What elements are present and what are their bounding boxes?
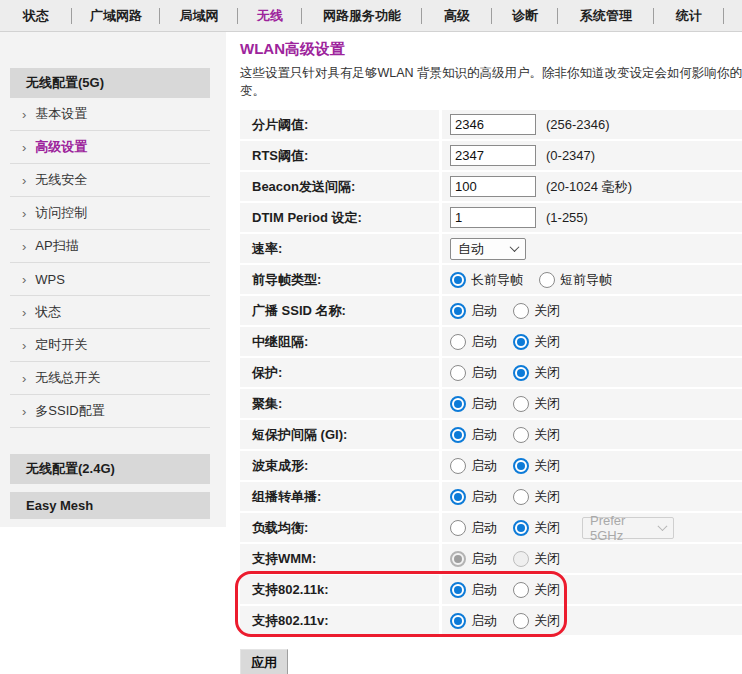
radio-button-icon[interactable] [513,551,529,567]
radio-option[interactable]: 长前导帧 [450,271,523,289]
radio-button-icon[interactable] [450,613,466,629]
sidebar-section-header[interactable]: 无线配置(5G) [10,68,210,98]
radio-button-icon[interactable] [513,458,529,474]
radio-button-icon[interactable] [450,520,466,536]
radio-option-label[interactable]: 关闭 [534,612,560,630]
radio-option[interactable]: 短前导帧 [539,271,612,289]
radio-option[interactable]: 启动 [450,302,497,320]
nav-tab-3[interactable]: 局域网 [160,0,238,31]
radio-option-label[interactable]: 关闭 [534,488,560,506]
sidebar-item[interactable]: › WPS [10,263,210,296]
sidebar-section-header[interactable]: Easy Mesh [10,492,210,519]
sidebar-item[interactable]: › 高级设置 [10,131,210,164]
radio-button-icon[interactable] [513,613,529,629]
nav-tab-7[interactable]: 诊断 [492,0,558,31]
radio-option[interactable]: 启动 [450,550,497,568]
radio-option[interactable]: 关闭 [513,364,560,382]
radio-option-label[interactable]: 关闭 [534,364,560,382]
radio-option-label[interactable]: 启动 [471,364,497,382]
radio-option-label[interactable]: 启动 [471,550,497,568]
radio-option-label[interactable]: 关闭 [534,395,560,413]
radio-option-label[interactable]: 关闭 [534,581,560,599]
radio-option[interactable]: 启动 [450,581,497,599]
radio-option[interactable]: 启动 [450,364,497,382]
radio-option[interactable]: 关闭 [513,519,560,537]
setting-input[interactable] [450,145,536,166]
radio-button-icon[interactable] [513,489,529,505]
radio-option[interactable]: 启动 [450,488,497,506]
radio-option-label[interactable]: 关闭 [534,519,560,537]
radio-button-icon[interactable] [513,303,529,319]
radio-option[interactable]: 启动 [450,426,497,444]
radio-button-icon[interactable] [450,489,466,505]
radio-option[interactable]: 启动 [450,519,497,537]
radio-button-icon[interactable] [513,582,529,598]
radio-button-icon[interactable] [539,272,555,288]
sidebar-item[interactable]: › 基本设置 [10,98,210,131]
radio-option[interactable]: 关闭 [513,581,560,599]
radio-option[interactable]: 关闭 [513,426,560,444]
radio-option[interactable]: 启动 [450,333,497,351]
radio-option-label[interactable]: 关闭 [534,302,560,320]
radio-option[interactable]: 关闭 [513,333,560,351]
radio-option-label[interactable]: 启动 [471,488,497,506]
radio-button-icon[interactable] [513,427,529,443]
sidebar-item[interactable]: › 访问控制 [10,197,210,230]
radio-button-icon[interactable] [513,334,529,350]
radio-button-icon[interactable] [450,334,466,350]
radio-option[interactable]: 启动 [450,395,497,413]
radio-option[interactable]: 关闭 [513,550,560,568]
radio-option-label[interactable]: 启动 [471,457,497,475]
dropdown-select[interactable]: 自动 [450,238,526,260]
sidebar-item[interactable]: › 无线安全 [10,164,210,197]
nav-tab-8[interactable]: 系统管理 [558,0,654,31]
radio-option-label[interactable]: 启动 [471,302,497,320]
sidebar-item[interactable]: › 多SSID配置 [10,395,210,428]
radio-button-icon[interactable] [450,458,466,474]
radio-option-label[interactable]: 关闭 [534,333,560,351]
sidebar-item[interactable]: › AP扫描 [10,230,210,263]
radio-option-label[interactable]: 关闭 [534,457,560,475]
nav-tab-2[interactable]: 广域网路 [72,0,160,31]
sidebar-item[interactable]: › 定时开关 [10,329,210,362]
setting-input[interactable] [450,207,536,228]
nav-tab-5[interactable]: 网路服务功能 [302,0,422,31]
radio-option[interactable]: 关闭 [513,457,560,475]
radio-option[interactable]: 关闭 [513,302,560,320]
radio-button-icon[interactable] [513,365,529,381]
radio-button-icon[interactable] [450,551,466,567]
radio-button-icon[interactable] [450,396,466,412]
nav-tab-10[interactable]: 工作 [724,0,742,31]
radio-option[interactable]: 启动 [450,612,497,630]
radio-option-label[interactable]: 短前导帧 [560,271,612,289]
radio-option[interactable]: 关闭 [513,395,560,413]
radio-button-icon[interactable] [450,365,466,381]
radio-option-label[interactable]: 启动 [471,612,497,630]
radio-option-label[interactable]: 关闭 [534,550,560,568]
nav-tab-9[interactable]: 统计 [654,0,724,31]
radio-button-icon[interactable] [513,396,529,412]
radio-option[interactable]: 关闭 [513,612,560,630]
sidebar-section-header[interactable]: 无线配置(2.4G) [10,454,210,484]
radio-button-icon[interactable] [450,272,466,288]
radio-option-label[interactable]: 启动 [471,333,497,351]
radio-button-icon[interactable] [450,582,466,598]
radio-option[interactable]: 启动 [450,457,497,475]
radio-option-label[interactable]: 长前导帧 [471,271,523,289]
radio-button-icon[interactable] [450,427,466,443]
apply-button[interactable]: 应用 [240,649,288,674]
sidebar-item[interactable]: › 状态 [10,296,210,329]
nav-tab-4[interactable]: 无线 [238,0,302,31]
radio-option-label[interactable]: 启动 [471,581,497,599]
radio-option-label[interactable]: 启动 [471,426,497,444]
radio-option[interactable]: 关闭 [513,488,560,506]
nav-tab-6[interactable]: 高级 [422,0,492,31]
radio-option-label[interactable]: 启动 [471,395,497,413]
sidebar-item[interactable]: › 无线总开关 [10,362,210,395]
radio-button-icon[interactable] [450,303,466,319]
radio-option-label[interactable]: 启动 [471,519,497,537]
setting-input[interactable] [450,176,536,197]
radio-button-icon[interactable] [513,520,529,536]
nav-tab-1[interactable]: 状态 [0,0,72,31]
setting-input[interactable] [450,114,536,135]
